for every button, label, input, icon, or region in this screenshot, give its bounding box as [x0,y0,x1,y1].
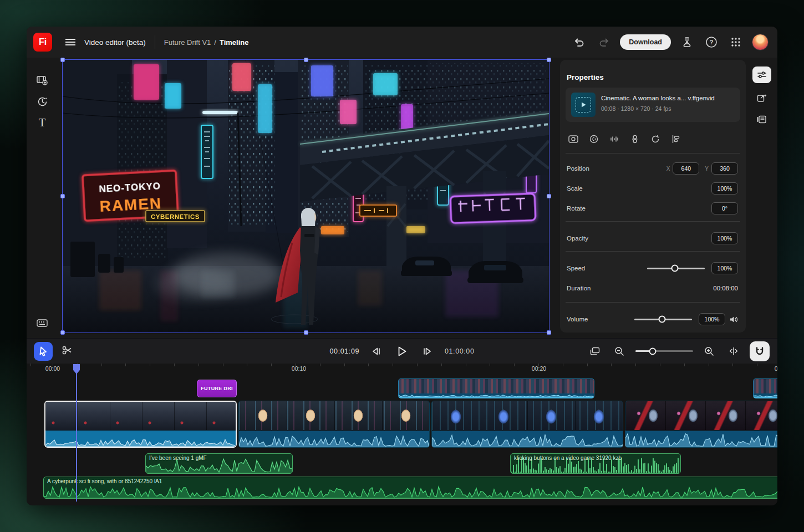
play-button[interactable] [394,343,410,360]
timeline[interactable]: 00:00 00:10 00:20 00:30 FUTURE DRI [27,364,777,505]
split-icon[interactable] [628,133,642,145]
scale-input[interactable]: 100% [711,182,738,195]
text-tool-icon[interactable]: T [34,114,50,131]
panel-divider [566,302,740,303]
timeline-clip-video-3[interactable] [431,401,623,448]
breadcrumb-page: Timeline [220,38,249,47]
audio-clip-label: I've been seeing 1 gMF [149,455,207,461]
speed-slider-knob[interactable] [671,265,678,272]
hamburger-menu-icon[interactable] [62,34,79,50]
video-clip-1-thumbnails [45,402,236,430]
user-avatar[interactable] [752,34,769,50]
selection-handle-bottom-right[interactable] [547,330,551,335]
playhead-line[interactable] [76,364,77,502]
top-bar: Fi Video editor (beta) Future Drift V1 /… [27,27,777,58]
selection-handle-bottom-left[interactable] [60,330,65,335]
opacity-input[interactable]: 100% [711,232,738,244]
selection-handle-bottom-center[interactable] [304,330,308,335]
audio-clip-label: klicking buttons on a video game 31920 k… [514,455,622,461]
sign-cybernetics: CYBERNETICS [151,213,200,220]
video-preview-canvas[interactable]: NEO-TOKYO RAMEN CYBERNETICS [63,60,549,332]
position-label: Position [567,165,589,172]
breadcrumb[interactable]: Future Drift V1 / Timeline [164,38,249,47]
undo-icon[interactable] [571,34,588,50]
video-clip-4-thumbnails [625,401,777,430]
history-icon[interactable] [34,93,50,110]
total-duration: 01:00:00 [445,347,474,355]
timeline-clip-video-1[interactable] [44,401,237,448]
select-tool-button[interactable] [34,342,53,361]
fit-to-timeline-icon[interactable] [587,343,603,360]
timeline-clip-title[interactable]: FUTURE DRI [197,380,237,397]
zoom-slider-knob[interactable] [649,347,657,355]
ruler-label: 00:10 [287,365,311,372]
timeline-clip-audio-fx-2[interactable]: klicking buttons on a video game 31920 k… [510,453,681,474]
selection-handle-top-left[interactable] [60,58,65,62]
timeline-clip-video-2[interactable] [238,401,430,448]
keyboard-shortcuts-icon[interactable] [34,315,50,331]
timeline-ruler[interactable]: 00:00 00:10 00:20 00:30 [27,364,777,375]
split-at-playhead-icon[interactable] [725,343,742,360]
previous-frame-icon[interactable] [368,343,385,360]
download-button[interactable]: Download [620,34,671,50]
firefly-logo[interactable]: Fi [33,33,52,52]
help-icon[interactable]: ? [703,34,720,50]
video-clip-2-thumbnails [239,401,429,430]
timeline-clip-music[interactable]: A cyberpunk sci fi song, with or 8512422… [43,477,777,499]
overlay-clip-waveform [399,393,594,398]
selection-handle-top-center[interactable] [304,58,308,62]
add-media-icon[interactable] [34,72,50,89]
video-clip-1-waveform [45,431,236,447]
zoom-in-icon[interactable] [701,343,718,360]
speed-slider[interactable] [647,268,705,269]
timeline-clip-audio-fx-1[interactable]: I've been seeing 1 gMF [145,453,293,474]
panel-divider [566,221,740,222]
timeline-zoom-slider[interactable] [635,350,693,352]
apps-grid-icon[interactable] [727,34,744,50]
opacity-row: Opacity 100% [567,232,738,245]
selection-handle-mid-left[interactable] [60,194,65,198]
selected-clip-card[interactable]: Cinematic. A woman looks a... v.ffgenvid… [566,88,740,122]
position-row: Position X 640 Y 360 [567,162,738,175]
clip-action-icons [567,133,683,145]
split-tool-icon[interactable] [59,342,75,359]
properties-tab-icon[interactable] [752,66,771,83]
breadcrumb-separator: / [214,38,216,47]
snap-magnet-button[interactable] [750,341,770,361]
breadcrumb-project[interactable]: Future Drift V1 [164,38,211,47]
crop-icon[interactable] [567,133,580,145]
selection-handle-mid-right[interactable] [547,194,551,198]
captions-panel-icon[interactable] [752,111,771,127]
position-x-input[interactable]: 640 [673,162,699,175]
timeline-clip-video-4[interactable] [625,401,777,448]
align-icon[interactable] [669,133,683,145]
volume-input[interactable]: 100% [699,313,725,325]
speed-row: Speed 100% [567,262,738,275]
position-y-input[interactable]: 360 [711,162,738,175]
redo-icon[interactable] [596,34,612,50]
video-clip-3-waveform [432,431,623,447]
next-frame-icon[interactable] [419,343,436,360]
selection-handle-top-right[interactable] [547,58,551,62]
audio-waveform-icon[interactable] [608,133,621,145]
generate-panel-icon[interactable] [752,90,771,106]
help-glyph: ? [710,39,714,45]
zoom-out-icon[interactable] [611,343,628,360]
timeline-clip-overlay-video-2[interactable] [753,378,777,398]
text-tool-glyph: T [39,116,45,129]
speed-input[interactable]: 100% [711,262,738,274]
mask-icon[interactable] [587,133,601,145]
rotate-input[interactable]: 0° [711,202,738,214]
rotate-icon[interactable] [649,133,662,145]
position-y-label: Y [705,166,709,172]
volume-slider-knob[interactable] [658,316,665,323]
timeline-clip-overlay-video[interactable] [398,378,594,398]
volume-slider[interactable] [634,319,692,320]
beaker-icon[interactable] [679,34,695,50]
clip-title: Cinematic. A woman looks a... v.ffgenvid [601,95,734,101]
app-title: Video editor (beta) [84,38,146,47]
speaker-icon[interactable] [730,316,738,323]
topbar-actions: Download ? [571,34,769,50]
ruler-label: 00:30 [770,365,777,372]
volume-label: Volume [567,316,588,323]
